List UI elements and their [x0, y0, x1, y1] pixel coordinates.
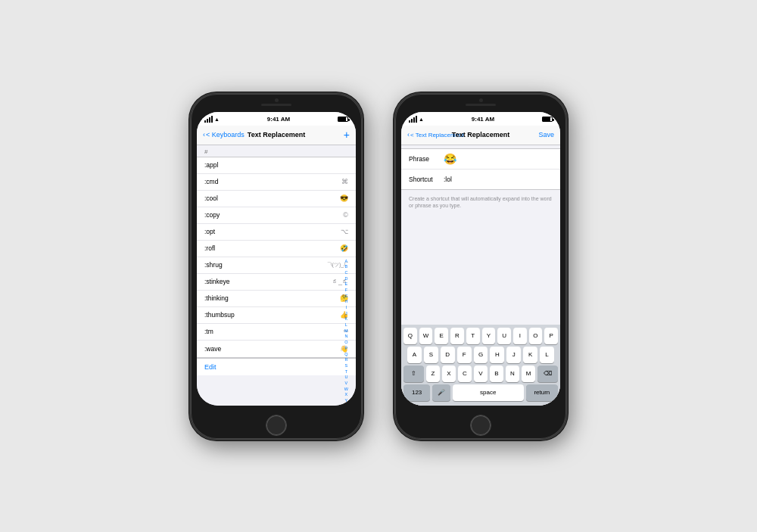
phrase-label: Phrase [409, 155, 444, 163]
key-k[interactable]: K [523, 347, 537, 363]
list-item[interactable]: :thinking 🤔 [197, 291, 356, 307]
key-a[interactable]: A [407, 347, 422, 363]
status-right-right [542, 117, 553, 122]
key-v[interactable]: V [474, 366, 488, 382]
key-shift[interactable]: ⇧ [403, 366, 424, 382]
nav-title-right: Text Replacement [452, 131, 509, 138]
key-s[interactable]: S [424, 347, 438, 363]
list-item[interactable]: :wave 👋 [197, 341, 356, 357]
key-mic[interactable]: 🎤 [432, 384, 450, 401]
key-b[interactable]: B [490, 366, 503, 382]
battery-icon-left [338, 117, 348, 122]
phone-right: ▲ 9:41 AM ‹ < Text Replacement Text Repl… [394, 92, 568, 440]
speaker-right [466, 104, 496, 106]
phone-left: ▲ 9:41 AM ‹ < Keyboards Text Replacement [189, 92, 363, 440]
list-table-left: :appl :cmd ⌘ :cool 😎 :copy © [197, 157, 356, 358]
status-left-right: ▲ [409, 116, 424, 123]
wifi-icon-right: ▲ [419, 117, 424, 122]
keyboard-right: Q W E R T Y U I O P A S D [401, 325, 560, 406]
wifi-icon: ▲ [214, 117, 220, 122]
status-right-left [338, 117, 348, 122]
list-item[interactable]: :opt ⌥ [197, 224, 356, 241]
save-button-right[interactable]: Save [538, 131, 554, 138]
list-item[interactable]: :tm ™ [197, 324, 356, 341]
home-button-right[interactable] [470, 415, 491, 436]
key-w[interactable]: W [419, 328, 433, 344]
key-i[interactable]: I [513, 328, 527, 344]
list-item[interactable]: :cool 😎 [197, 191, 356, 207]
key-f[interactable]: F [457, 347, 472, 363]
signal-icon [204, 116, 213, 123]
list-item[interactable]: :appl [197, 157, 356, 174]
signal-icon-right [409, 116, 417, 123]
status-bar-left: ▲ 9:41 AM [197, 112, 356, 126]
key-t[interactable]: T [466, 328, 480, 344]
shortcut-value: :lol [444, 176, 553, 183]
key-space[interactable]: space [453, 384, 524, 401]
key-u[interactable]: U [497, 328, 511, 344]
key-d[interactable]: D [441, 347, 455, 363]
status-time-right: 9:41 AM [472, 116, 494, 123]
key-m[interactable]: M [522, 366, 535, 382]
keyboard-row-2: A S D F G H J K L [403, 347, 558, 363]
edit-button-left[interactable]: Edit [197, 358, 356, 375]
key-delete[interactable]: ⌫ [537, 366, 558, 382]
key-n[interactable]: N [506, 366, 519, 382]
back-button-left[interactable]: ‹ < Keyboards [203, 131, 245, 138]
key-j[interactable]: J [506, 347, 521, 363]
phone-left-inner: ▲ 9:41 AM ‹ < Keyboards Text Replacement [197, 112, 356, 406]
key-o[interactable]: O [529, 328, 543, 344]
key-c[interactable]: C [458, 366, 472, 382]
key-y[interactable]: Y [482, 328, 496, 344]
alpha-index: A B C D E F G H I J K L M N O P Q [344, 259, 348, 406]
screen-left: # :appl :cmd ⌘ :cool 😎 :copy [197, 145, 356, 406]
status-left: ▲ [204, 116, 220, 123]
list-item[interactable]: :shrug ¯\(ツ)_/¯ [197, 257, 356, 274]
phrase-row[interactable]: Phrase 😂 [401, 149, 560, 170]
form-section-right: Phrase 😂 Shortcut :lol [401, 148, 560, 190]
key-r[interactable]: R [450, 328, 464, 344]
list-item[interactable]: :stinkeye ಠ_ಠ [197, 274, 356, 291]
speaker-left [261, 104, 291, 106]
status-time-left: 9:41 AM [267, 116, 290, 123]
phone-right-inner: ▲ 9:41 AM ‹ < Text Replacement Text Repl… [401, 112, 560, 406]
screen-right: Phrase 😂 Shortcut :lol Create a shortcut… [401, 145, 560, 406]
key-q[interactable]: Q [403, 328, 417, 344]
add-button-left[interactable]: + [344, 129, 350, 141]
scene: ▲ 9:41 AM ‹ < Keyboards Text Replacement [189, 92, 568, 440]
key-z[interactable]: Z [426, 366, 440, 382]
key-x[interactable]: X [442, 366, 456, 382]
list-item[interactable]: :thumbsup 👍 [197, 307, 356, 324]
key-p[interactable]: P [544, 328, 558, 344]
phrase-value: 😂 [444, 153, 553, 165]
camera-left [275, 98, 279, 102]
list-item[interactable]: :rofl 🤣 [197, 241, 356, 257]
home-button-left[interactable] [266, 415, 287, 436]
form-hint: Create a shortcut that will automaticall… [401, 191, 560, 215]
status-bar-right: ▲ 9:41 AM [401, 112, 560, 126]
list-item[interactable]: :copy © [197, 207, 356, 224]
list-item[interactable]: :cmd ⌘ [197, 174, 356, 191]
shortcut-label: Shortcut [409, 176, 444, 183]
key-numbers[interactable]: 123 [403, 384, 430, 401]
keyboard-row-3: ⇧ Z X C V B N M ⌫ [403, 366, 558, 382]
key-g[interactable]: G [474, 347, 488, 363]
list-header-left: # [197, 145, 356, 157]
keyboard-row-4: 123 🎤 space return [403, 384, 558, 401]
shortcut-row[interactable]: Shortcut :lol [401, 170, 560, 189]
key-return[interactable]: return [526, 384, 558, 401]
nav-bar-left: ‹ < Keyboards Text Replacement + [197, 126, 356, 145]
key-l[interactable]: L [540, 347, 554, 363]
key-h[interactable]: H [490, 347, 504, 363]
camera-right [479, 98, 483, 102]
battery-icon-right [542, 117, 553, 122]
key-e[interactable]: E [435, 328, 448, 344]
nav-bar-right: ‹ < Text Replacement Text Replacement Sa… [401, 126, 560, 145]
nav-title-left: Text Replacement [248, 131, 305, 138]
keyboard-row-1: Q W E R T Y U I O P [403, 328, 558, 344]
